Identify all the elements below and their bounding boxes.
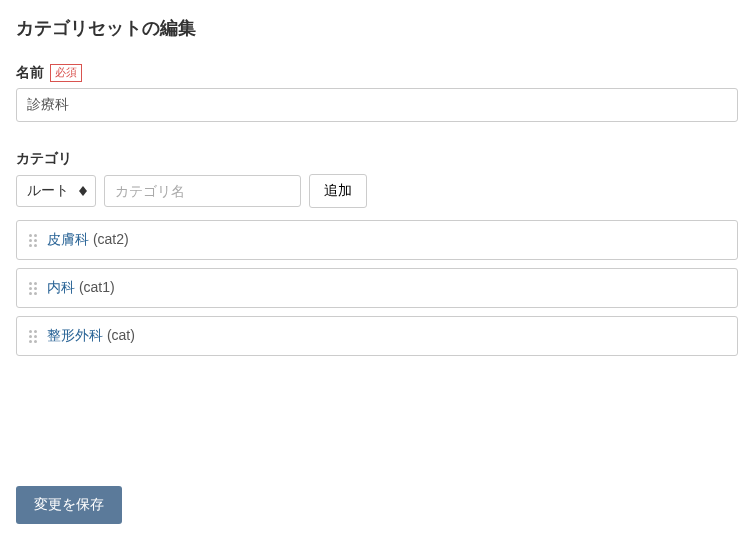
drag-handle-icon[interactable] bbox=[29, 234, 37, 247]
category-link[interactable]: 内科 bbox=[47, 279, 75, 295]
name-label: 名前 bbox=[16, 64, 44, 82]
page-title: カテゴリセットの編集 bbox=[16, 16, 738, 40]
add-button[interactable]: 追加 bbox=[309, 174, 367, 208]
category-link[interactable]: 皮膚科 bbox=[47, 231, 89, 247]
root-select[interactable]: ルート bbox=[16, 175, 96, 207]
list-item: 内科 (cat1) bbox=[16, 268, 738, 308]
required-badge: 必須 bbox=[50, 64, 82, 81]
list-item: 皮膚科 (cat2) bbox=[16, 220, 738, 260]
category-label: カテゴリ bbox=[16, 150, 72, 168]
category-suffix: (cat1) bbox=[75, 279, 115, 295]
category-section: カテゴリ ルート 追加 皮膚科 (cat2) 内科 (cat bbox=[16, 150, 738, 356]
save-button[interactable]: 変更を保存 bbox=[16, 486, 122, 524]
category-list: 皮膚科 (cat2) 内科 (cat1) 整形外科 (cat) bbox=[16, 220, 738, 356]
category-name-input[interactable] bbox=[104, 175, 301, 207]
select-arrows-icon bbox=[79, 186, 87, 196]
category-link[interactable]: 整形外科 bbox=[47, 327, 103, 343]
drag-handle-icon[interactable] bbox=[29, 330, 37, 343]
category-suffix: (cat) bbox=[103, 327, 135, 343]
list-item: 整形外科 (cat) bbox=[16, 316, 738, 356]
root-select-value: ルート bbox=[27, 182, 69, 200]
name-field: 名前 必須 bbox=[16, 64, 738, 122]
svg-marker-1 bbox=[79, 191, 87, 196]
category-suffix: (cat2) bbox=[89, 231, 129, 247]
name-input[interactable] bbox=[16, 88, 738, 122]
drag-handle-icon[interactable] bbox=[29, 282, 37, 295]
